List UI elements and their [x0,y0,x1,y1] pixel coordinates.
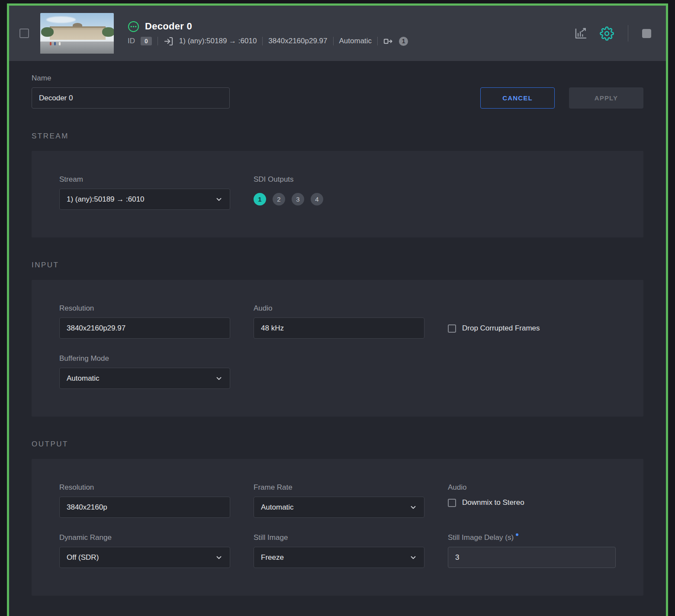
thumbnail-tree-right [102,27,114,37]
output-count-badge: 1 [399,37,408,46]
sdi-output-1[interactable]: 1 [254,193,266,205]
input-section-title: INPUT [32,261,643,270]
drop-corrupted-frames-row: Drop Corrupted Frames [448,324,616,333]
sdi-outputs-row: 1 2 3 4 [254,189,616,210]
header-actions [574,25,651,42]
header-resolution: 3840x2160p29.97 [268,37,327,45]
header-mode: Automatic [339,37,372,45]
decoder-card: Decoder 0 ID 0 1) (any):50189 → :6010 38… [7,3,668,616]
chevron-down-icon [409,554,417,561]
buffering-mode-value: Automatic [67,374,100,383]
frame-rate-select[interactable]: Automatic [254,497,424,518]
header-stream-info: 1) (any):50189 → :6010 [179,37,257,45]
thumbnail-tree-left [41,27,54,37]
meta-divider [333,37,334,45]
output-resolution-label: Resolution [59,483,230,492]
output-section-title: OUTPUT [32,440,643,449]
stream-select-value: 1) (any):50189 → :6010 [67,195,145,204]
output-resolution-value: 3840x2160p [67,503,107,512]
decoder-settings-body: Name CANCEL APPLY STREAM Stream 1) (any)… [9,61,666,596]
id-badge: 0 [141,37,152,45]
dynamic-range-value: Off (SDR) [67,553,99,562]
chevron-down-icon [215,375,223,382]
meta-divider [262,37,263,45]
input-audio-field: 48 kHz [254,318,424,339]
buffering-mode-label: Buffering Mode [59,354,230,363]
output-resolution-field: 3840x2160p [59,497,230,518]
stream-label: Stream [59,175,230,184]
input-resolution-label: Resolution [59,304,230,313]
dynamic-range-label: Dynamic Range [59,533,230,542]
meta-divider [158,37,158,45]
input-resolution-field: 3840x2160p29.97 [59,318,230,339]
downmix-row: Downmix to Stereo [448,498,616,507]
decoder-meta-row: ID 0 1) (any):50189 → :6010 3840x2160p29… [128,36,408,46]
name-input[interactable] [32,87,230,109]
drop-corrupted-frames-checkbox[interactable] [448,324,456,333]
modified-indicator-dot [516,533,518,536]
statistics-icon[interactable] [574,27,588,40]
settings-gear-icon[interactable] [600,26,614,41]
decoder-title-block: Decoder 0 ID 0 1) (any):50189 → :6010 38… [128,21,408,46]
decoder-header: Decoder 0 ID 0 1) (any):50189 → :6010 38… [9,6,666,61]
input-resolution-value: 3840x2160p29.97 [67,324,125,333]
downmix-to-stereo-label: Downmix to Stereo [462,498,524,507]
sdi-output-icon [383,36,393,46]
output-audio-label: Audio [448,483,616,492]
id-label: ID [128,37,135,45]
thumbnail-building [50,26,106,40]
chevron-down-icon [215,554,223,561]
decoder-title: Decoder 0 [145,21,192,32]
chevron-down-icon [215,196,223,203]
output-panel: Resolution 3840x2160p Frame Rate Automat… [32,459,643,596]
sdi-output-3[interactable]: 3 [292,193,304,205]
name-label: Name [32,74,230,83]
thumbnail-toggle-icon[interactable] [642,29,651,38]
still-image-label: Still Image [254,533,424,542]
name-row: Name CANCEL APPLY [32,74,643,109]
input-audio-label: Audio [254,304,424,313]
meta-divider [377,37,378,45]
sdi-outputs-label: SDI Outputs [254,175,616,184]
thumbnail-pedestrian [59,42,61,45]
thumbnail-pedestrian [54,42,56,45]
input-panel: Resolution 3840x2160p29.97 Audio 48 kHz … [32,280,643,417]
buffering-mode-select[interactable]: Automatic [59,368,230,389]
stream-select[interactable]: 1) (any):50189 → :6010 [59,189,230,210]
downmix-to-stereo-checkbox[interactable] [448,499,456,507]
cancel-button[interactable]: CANCEL [480,87,555,109]
video-preview-thumbnail[interactable] [40,13,114,54]
still-image-delay-label: Still Image Delay (s) [448,533,616,542]
thumbnail-pedestrian [50,42,51,45]
thumbnail-cloud [46,16,76,23]
apply-button[interactable]: APPLY [569,87,643,109]
stream-input-icon [164,36,174,46]
chevron-down-icon [409,504,417,511]
dynamic-range-select[interactable]: Off (SDR) [59,547,230,568]
frame-rate-value: Automatic [261,503,294,512]
still-image-delay-input[interactable] [448,547,616,568]
still-image-value: Freeze [261,553,284,562]
frame-rate-label: Frame Rate [254,483,424,492]
streaming-status-icon [128,21,139,32]
drop-corrupted-frames-label: Drop Corrupted Frames [462,324,540,333]
sdi-output-2[interactable]: 2 [273,193,285,205]
input-audio-value: 48 kHz [261,324,284,333]
still-image-select[interactable]: Freeze [254,547,424,568]
header-actions-divider [628,25,628,42]
sdi-output-4[interactable]: 4 [311,193,323,205]
stream-section-title: STREAM [32,132,643,141]
stream-panel: Stream 1) (any):50189 → :6010 SDI Output… [32,151,643,237]
decoder-select-checkbox[interactable] [19,29,29,38]
